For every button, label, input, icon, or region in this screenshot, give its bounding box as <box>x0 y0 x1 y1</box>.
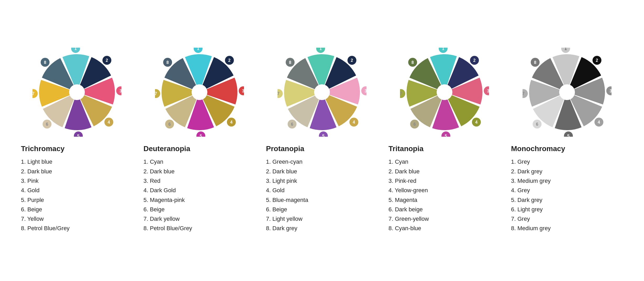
legend-item: 4. Grey <box>511 186 565 195</box>
svg-text:7: 7 <box>32 92 35 96</box>
legend-item: 6. Beige <box>143 205 192 214</box>
wheel-trichromacy: 12345678 <box>32 48 121 137</box>
legend-title-tritanopia: Tritanopia <box>388 145 429 153</box>
wheel-monochromacy: 12345678 <box>523 48 612 137</box>
svg-text:7: 7 <box>400 92 402 96</box>
legend-item: 5. Magenta <box>388 195 429 205</box>
legend-item: 8. Petrol Blue/Grey <box>143 224 192 233</box>
legend-item: 1. Grey <box>511 157 565 167</box>
svg-text:1: 1 <box>319 48 322 51</box>
svg-text:4: 4 <box>475 120 478 125</box>
svg-text:3: 3 <box>242 89 244 93</box>
legend-monochromacy: Monochromacy1. Grey2. Dark grey3. Medium… <box>506 145 565 233</box>
section-deuteranopia: 12345678Deuteranopia1. Cyan2. Dark blue3… <box>138 48 261 233</box>
legend-item: 4. Dark Gold <box>143 186 192 195</box>
svg-text:1: 1 <box>564 48 567 51</box>
legend-item: 5. Blue-magenta <box>266 195 308 205</box>
legend-item: 2. Dark blue <box>21 167 70 176</box>
svg-text:6: 6 <box>291 122 293 126</box>
legend-item: 6. Light grey <box>511 205 565 214</box>
legend-item: 5. Purple <box>21 195 70 205</box>
wheel-protanopia: 12345678 <box>277 48 367 137</box>
svg-text:5: 5 <box>77 134 80 137</box>
legend-item: 3. Pink <box>21 176 70 186</box>
legend-item: 8. Dark grey <box>266 224 308 233</box>
legend-item: 6. Dark beige <box>388 205 429 214</box>
main-container: 12345678Trichromacy1. Light blue2. Dark … <box>0 37 644 244</box>
legend-protanopia: Protanopia1. Green-cyan2. Dark blue3. Li… <box>261 145 308 233</box>
svg-text:5: 5 <box>445 134 447 137</box>
legend-item: 8. Cyan-blue <box>388 224 429 233</box>
legend-item: 4. Yellow-green <box>388 186 429 195</box>
svg-text:8: 8 <box>44 60 46 65</box>
svg-text:3: 3 <box>609 89 612 93</box>
svg-text:6: 6 <box>536 122 538 126</box>
svg-text:2: 2 <box>473 58 476 63</box>
legend-item: 1. Green-cyan <box>266 157 308 167</box>
legend-item: 8. Medium grey <box>511 224 565 233</box>
section-protanopia: 12345678Protanopia1. Green-cyan2. Dark b… <box>261 48 383 233</box>
section-trichromacy: 12345678Trichromacy1. Light blue2. Dark … <box>16 48 138 233</box>
legend-item: 7. Yellow <box>21 214 70 224</box>
legend-item: 7. Dark yellow <box>143 214 192 224</box>
legend-item: 5. Dark grey <box>511 195 565 205</box>
svg-text:7: 7 <box>523 92 525 96</box>
svg-text:8: 8 <box>289 60 291 65</box>
legend-item: 1. Cyan <box>143 157 192 167</box>
svg-text:8: 8 <box>534 60 536 65</box>
svg-text:5: 5 <box>200 134 202 137</box>
svg-text:8: 8 <box>166 60 169 65</box>
svg-text:3: 3 <box>119 89 121 93</box>
svg-text:1: 1 <box>197 48 199 51</box>
svg-text:6: 6 <box>168 122 171 126</box>
legend-title-trichromacy: Trichromacy <box>21 145 70 153</box>
legend-item: 7. Green-yellow <box>388 214 429 224</box>
legend-item: 3. Red <box>143 176 192 186</box>
legend-item: 3. Medium grey <box>511 176 565 186</box>
svg-text:5: 5 <box>322 134 325 137</box>
svg-text:5: 5 <box>567 134 570 137</box>
section-tritanopia: 12345678Tritanopia1. Cyan2. Dark blue3. … <box>383 48 506 233</box>
legend-item: 8. Petrol Blue/Grey <box>21 224 70 233</box>
legend-title-deuteranopia: Deuteranopia <box>143 145 192 153</box>
legend-item: 6. Beige <box>21 205 70 214</box>
legend-item: 2. Dark blue <box>143 167 192 176</box>
legend-deuteranopia: Deuteranopia1. Cyan2. Dark blue3. Red4. … <box>138 145 192 233</box>
svg-text:2: 2 <box>351 58 353 63</box>
legend-item: 7. Light yellow <box>266 214 308 224</box>
svg-text:2: 2 <box>228 58 231 63</box>
svg-text:2: 2 <box>596 58 598 63</box>
legend-title-monochromacy: Monochromacy <box>511 145 565 153</box>
svg-text:6: 6 <box>46 122 48 126</box>
legend-item: 2. Dark blue <box>266 167 308 176</box>
legend-item: 2. Dark blue <box>388 167 429 176</box>
legend-item: 4. Gold <box>21 186 70 195</box>
legend-item: 2. Dark grey <box>511 167 565 176</box>
section-monochromacy: 12345678Monochromacy1. Grey2. Dark grey3… <box>506 48 628 233</box>
legend-item: 4. Gold <box>266 186 308 195</box>
svg-text:4: 4 <box>230 120 232 125</box>
svg-text:3: 3 <box>487 89 489 93</box>
legend-item: 6. Beige <box>266 205 308 214</box>
svg-text:1: 1 <box>442 48 444 51</box>
wheel-tritanopia: 12345678 <box>400 48 489 137</box>
legend-title-protanopia: Protanopia <box>266 145 308 153</box>
legend-item: 7. Grey <box>511 214 565 224</box>
legend-item: 5. Magenta-pink <box>143 195 192 205</box>
svg-text:4: 4 <box>598 120 600 125</box>
legend-item: 3. Pink-red <box>388 176 429 186</box>
svg-text:2: 2 <box>106 58 108 63</box>
legend-item: 1. Cyan <box>388 157 429 167</box>
wheel-deuteranopia: 12345678 <box>155 48 244 137</box>
svg-text:8: 8 <box>412 60 414 65</box>
legend-item: 1. Light blue <box>21 157 70 167</box>
legend-item: 3. Light pink <box>266 176 308 186</box>
svg-text:4: 4 <box>108 120 110 125</box>
svg-text:1: 1 <box>74 48 77 51</box>
svg-text:4: 4 <box>353 120 355 125</box>
legend-trichromacy: Trichromacy1. Light blue2. Dark blue3. P… <box>16 145 70 233</box>
svg-text:6: 6 <box>413 122 416 126</box>
svg-text:3: 3 <box>364 89 367 93</box>
svg-text:7: 7 <box>155 92 157 96</box>
svg-text:7: 7 <box>277 92 280 96</box>
